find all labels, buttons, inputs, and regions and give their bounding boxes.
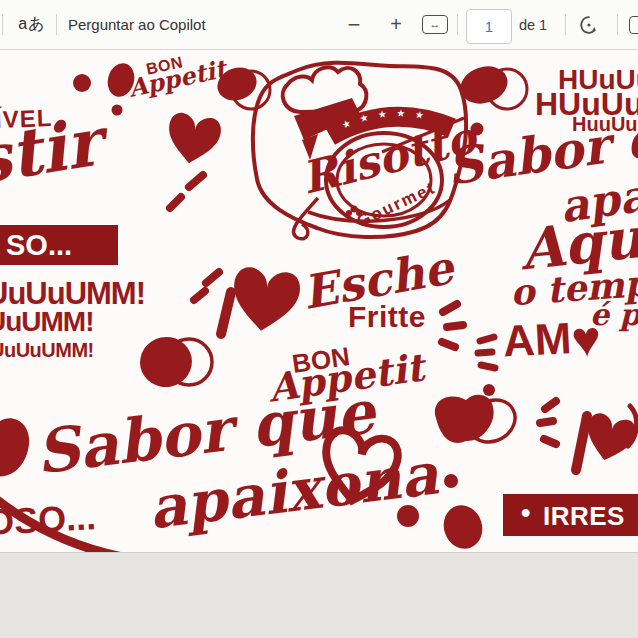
amor-text: AM♥ (502, 313, 603, 368)
dash-mark (442, 342, 455, 347)
fit-to-width-button[interactable]: ↔ (420, 0, 450, 49)
dash-mark (189, 175, 203, 187)
slash-mark (221, 292, 231, 334)
read-aloud-icon[interactable]: aあ (10, 0, 54, 49)
dash-mark (544, 439, 556, 444)
dot-shape (73, 74, 91, 92)
toolbar-separator (457, 14, 458, 35)
humm-left-line1: UuUuUMM! (0, 278, 145, 309)
zoom-out-button[interactable]: − (340, 0, 368, 49)
pdf-toolbar: aあ Perguntar ao Copilot − + ↔ de 1 (0, 0, 638, 50)
banner-text: SO... (6, 229, 72, 262)
dot-shape (112, 105, 123, 116)
amor-letters: AM (502, 313, 573, 366)
pdf-page: ★ ★ ★ ★ ★ BON Appetit ÍVEL istir SO... U… (0, 50, 638, 552)
dash-mark (545, 401, 556, 409)
toolbar-separator (565, 14, 566, 35)
fit-width-icon: ↔ (422, 15, 448, 34)
humm-left-line3: UuUuUMM! (0, 340, 94, 360)
delicioso-banner: SO... (0, 225, 118, 265)
toolbar-separator (2, 14, 3, 35)
oso-partial-text: OSO... (0, 499, 97, 541)
page-count-label: de 1 (514, 0, 552, 49)
page-view-icon[interactable] (629, 16, 638, 34)
heart-icon (228, 265, 302, 335)
banner-bullet: • (521, 498, 530, 529)
dash-mark (443, 304, 457, 312)
dash-mark (447, 325, 463, 327)
rotate-button[interactable] (575, 0, 603, 49)
dash-mark (478, 352, 492, 353)
heart-icon (163, 111, 223, 168)
dash-mark (481, 365, 495, 368)
dot-shape (444, 474, 458, 488)
ask-copilot-button[interactable]: Perguntar ao Copilot (68, 0, 248, 49)
toolbar-separator (617, 14, 618, 35)
viewer-background (0, 552, 638, 638)
dash-mark (194, 291, 205, 300)
humm-left-line2: UuUMM! (0, 308, 94, 336)
fritte-text: Fritte (348, 302, 426, 332)
toolbar-separator (56, 14, 57, 35)
page-number-input[interactable] (466, 9, 512, 44)
zoom-in-button[interactable]: + (382, 0, 410, 49)
rotate-icon (578, 14, 600, 36)
slash-mark (576, 416, 587, 470)
blob-shape (438, 500, 488, 552)
dot-shape (483, 384, 495, 396)
dash-mark (480, 337, 494, 341)
dash-mark (540, 421, 553, 423)
heart-glyph-icon: ♥ (570, 310, 603, 367)
dash-mark (170, 197, 181, 208)
banner-text: IRRES (543, 501, 625, 532)
dash-mark (206, 272, 219, 283)
teardrop-shape (0, 418, 29, 476)
irresistivel-banner: • IRRES (503, 494, 638, 536)
